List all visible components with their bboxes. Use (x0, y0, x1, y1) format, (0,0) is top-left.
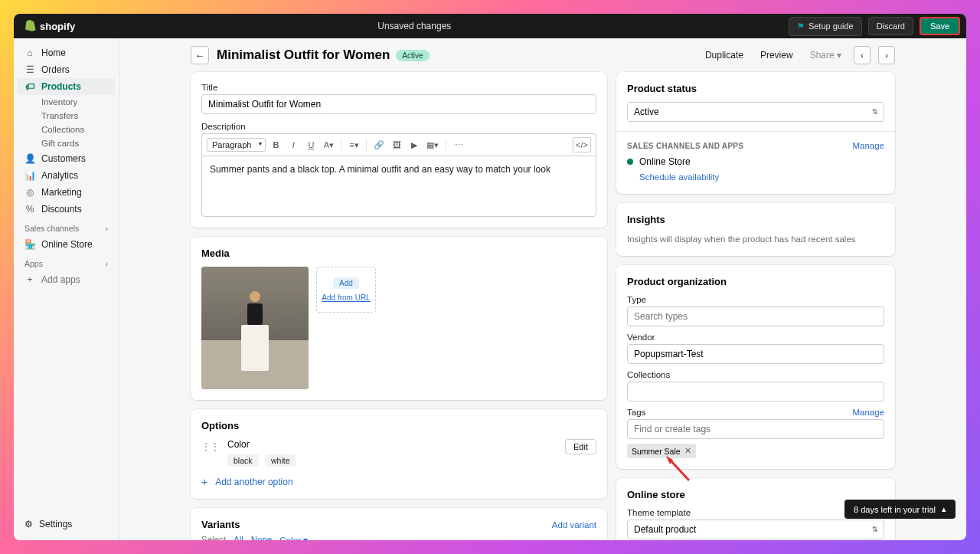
nav-analytics[interactable]: 📊Analytics (17, 167, 116, 184)
gear-icon: ⚙ (24, 519, 33, 529)
table-icon[interactable]: ▦▾ (424, 137, 441, 152)
tags-input[interactable] (627, 419, 884, 439)
select-none[interactable]: None (251, 535, 273, 540)
setup-guide-button[interactable]: ⚑Setup guide (789, 17, 862, 36)
status-select[interactable] (627, 102, 884, 122)
image-icon[interactable]: 🖼 (389, 137, 404, 152)
select-color[interactable]: Color ▾ (279, 535, 308, 540)
unsaved-changes-label: Unsaved changes (377, 21, 789, 31)
theme-select[interactable] (627, 520, 884, 539)
underline-icon[interactable]: U (303, 137, 318, 152)
annotation-arrow (662, 454, 693, 484)
options-card: Options ⋮⋮ Color black white Edit + (191, 409, 607, 499)
nav-marketing[interactable]: ◎Marketing (17, 184, 116, 201)
nav-orders[interactable]: ☰Orders (17, 61, 116, 78)
duplicate-link[interactable]: Duplicate (701, 50, 748, 61)
tags-label: Tags (627, 408, 645, 417)
options-heading: Options (201, 420, 596, 431)
add-option-button[interactable]: + Add another option (201, 476, 596, 488)
title-label: Title (201, 83, 596, 92)
description-editor[interactable]: Summer pants and a black top. A minimal … (201, 156, 596, 217)
page-title: Minimalist Outfit for Women Active (217, 48, 693, 63)
title-input[interactable] (201, 94, 596, 114)
online-store-heading: Online store (627, 489, 884, 500)
product-image[interactable] (201, 267, 309, 389)
brand-text: shopify (40, 21, 75, 32)
bold-icon[interactable]: B (268, 137, 283, 152)
plus-icon: + (24, 274, 35, 285)
chevron-right-icon[interactable]: › (106, 259, 109, 268)
media-heading: Media (201, 247, 596, 259)
home-icon: ⌂ (24, 48, 35, 58)
type-input[interactable] (627, 307, 884, 326)
drag-handle-icon[interactable]: ⋮⋮ (201, 439, 220, 452)
nav-online-store[interactable]: 🏪Online Store (17, 236, 116, 253)
sidebar: ⌂Home ☰Orders 🏷Products Inventory Transf… (14, 38, 119, 540)
more-icon[interactable]: ⋯ (451, 137, 466, 152)
nav-gift-cards[interactable]: Gift cards (17, 136, 116, 150)
nav-discounts[interactable]: %Discounts (17, 201, 116, 218)
text-color-icon[interactable]: A▾ (321, 137, 336, 152)
status-heading: Product status (627, 83, 884, 94)
organization-card: Product organization Type Vendor Collect… (616, 265, 895, 469)
sales-channels-header: Sales channels› (17, 218, 116, 236)
link-icon[interactable]: 🔗 (371, 137, 387, 152)
insights-card: Insights Insights will display when the … (616, 203, 895, 256)
edit-option-button[interactable]: Edit (565, 439, 596, 454)
italic-icon[interactable]: I (286, 137, 301, 152)
manage-channels-link[interactable]: Manage (852, 141, 884, 150)
status-badge: Active (396, 50, 429, 61)
add-variant-link[interactable]: Add variant (552, 520, 596, 529)
schedule-link[interactable]: Schedule availability (639, 172, 719, 182)
discount-icon: % (24, 204, 35, 215)
share-link[interactable]: Share ▾ (805, 50, 846, 61)
discard-button[interactable]: Discard (868, 17, 913, 35)
nav-home[interactable]: ⌂Home (17, 44, 116, 61)
type-label: Type (627, 295, 884, 304)
collections-input[interactable] (627, 382, 884, 402)
store-icon: 🏪 (24, 239, 35, 250)
nav-settings[interactable]: ⚙Settings (17, 514, 116, 534)
top-bar: shopify Unsaved changes ⚑Setup guide Dis… (14, 14, 966, 38)
nav-collections[interactable]: Collections (17, 123, 116, 136)
nav-add-apps[interactable]: +Add apps (17, 271, 116, 288)
nav-transfers[interactable]: Transfers (17, 109, 116, 123)
select-all[interactable]: All (234, 535, 243, 540)
rte-toolbar: Paragraph B I U A▾ ≡▾ 🔗 🖼 ▶ ▦▾ (201, 133, 596, 156)
chevron-right-icon[interactable]: › (106, 224, 109, 233)
vendor-label: Vendor (627, 333, 884, 342)
nav-products[interactable]: 🏷Products (17, 78, 116, 95)
code-icon[interactable]: </> (573, 137, 591, 152)
preview-link[interactable]: Preview (756, 50, 798, 61)
description-label: Description (201, 122, 596, 131)
paragraph-dropdown[interactable]: Paragraph (207, 138, 266, 152)
orders-icon: ☰ (24, 64, 35, 75)
chart-icon: 📊 (24, 170, 35, 181)
save-button[interactable]: Save (920, 17, 960, 35)
media-dropzone[interactable]: Add Add from URL (316, 267, 376, 313)
main-content: ← Minimalist Outfit for Women Active Dup… (119, 38, 966, 540)
title-card: Title Description Paragraph B I U A▾ ≡▾ (191, 72, 607, 228)
add-media-button[interactable]: Add (333, 277, 359, 289)
product-status-card: Product status SALES CHANNELS AND APPS M… (616, 72, 895, 194)
manage-tags-link[interactable]: Manage (852, 408, 884, 417)
back-button[interactable]: ← (191, 46, 209, 64)
nav-customers[interactable]: 👤Customers (17, 150, 116, 167)
media-card: Media Add Add from URL (191, 237, 607, 400)
add-from-url-link[interactable]: Add from URL (322, 293, 370, 302)
align-icon[interactable]: ≡▾ (346, 137, 361, 152)
tag-icon: 🏷 (24, 81, 35, 92)
prev-product-button[interactable]: ‹ (854, 46, 871, 64)
apps-header: Apps› (17, 253, 116, 271)
trial-banner[interactable]: 8 days left in your trial ▴ (844, 500, 956, 519)
insights-text: Insights will display when the product h… (627, 233, 884, 245)
video-icon[interactable]: ▶ (407, 137, 422, 152)
shopify-logo: shopify (23, 19, 75, 33)
vendor-input[interactable] (627, 344, 884, 364)
channels-label: SALES CHANNELS AND APPS (627, 142, 743, 150)
option-value-chip: white (265, 454, 296, 467)
select-label: Select (201, 535, 226, 540)
chevron-up-icon: ▴ (942, 504, 946, 514)
nav-inventory[interactable]: Inventory (17, 95, 116, 109)
next-product-button[interactable]: › (878, 46, 895, 64)
